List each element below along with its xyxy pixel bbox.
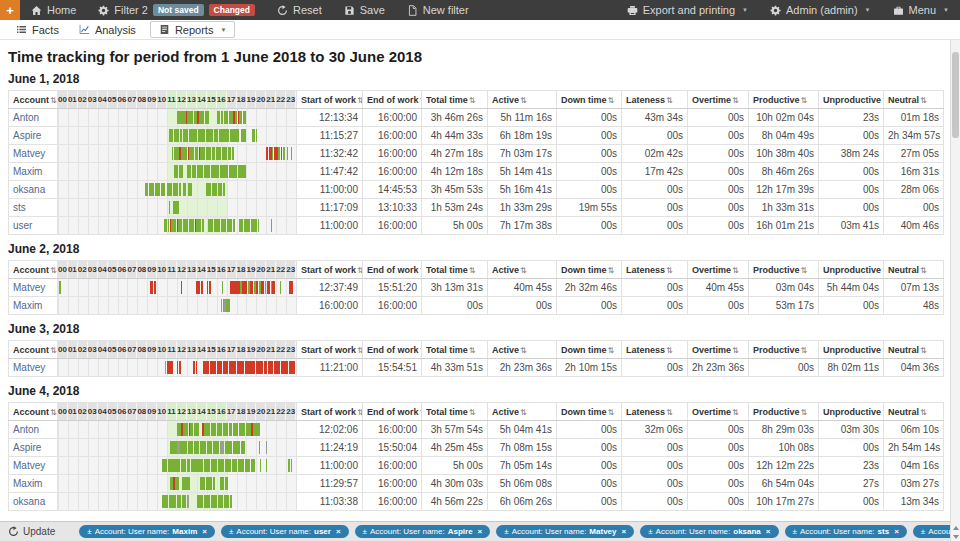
column-header-lateness[interactable]: Lateness⇅ [622,91,688,109]
column-header-down-time[interactable]: Down time⇅ [557,261,622,279]
column-header-account[interactable]: Account⇅ [9,261,58,279]
column-header-lateness[interactable]: Lateness⇅ [622,403,688,421]
tab-reports[interactable]: Reports ▼ [150,21,235,38]
plus-minus-icon[interactable]: ± [648,527,652,536]
filter-chip[interactable]: ±Account: User name:Aspire× [355,525,491,538]
account-link[interactable]: Anton [9,421,58,439]
account-link[interactable]: Maxim [9,163,58,181]
column-header-productive[interactable]: Productive⇅ [749,403,819,421]
activity-bar [182,495,186,508]
account-link[interactable]: oksana [9,181,58,199]
column-header-active[interactable]: Active⇅ [488,91,557,109]
account-link[interactable]: Matvey [9,457,58,475]
column-header-account[interactable]: Account⇅ [9,403,58,421]
chip-close-icon[interactable]: × [766,527,771,536]
plus-minus-icon[interactable]: ± [229,527,233,536]
vertical-scrollbar[interactable] [950,40,960,541]
add-tab-button[interactable]: + [0,0,20,20]
filter-chip[interactable]: ±Account: User name:oksana× [640,525,778,538]
reset-button[interactable]: Reset [266,0,333,20]
chip-close-icon[interactable]: × [621,527,626,536]
column-header-down-time[interactable]: Down time⇅ [557,403,622,421]
column-header-end-of-work[interactable]: End of work⇅ [363,403,422,421]
table-row: oksana11:00:0014:45:533h 45m 53s5h 16m 4… [9,181,944,199]
column-header-start-of-work[interactable]: Start of work⇅ [297,403,363,421]
plus-minus-icon[interactable]: ± [504,527,508,536]
new-filter-button[interactable]: New filter [396,0,480,20]
scroll-down-arrow[interactable] [951,532,960,541]
save-button[interactable]: Save [333,0,396,20]
column-header-down-time[interactable]: Down time⇅ [557,341,622,359]
column-header-lateness[interactable]: Lateness⇅ [622,341,688,359]
column-header-neutral[interactable]: Neutral⇅ [884,341,944,359]
tab-facts[interactable]: Facts [6,20,69,39]
filter-button[interactable]: Filter 2 Not saved Changed [87,0,266,20]
plus-minus-icon[interactable]: ± [793,527,797,536]
column-header-overtime[interactable]: Overtime⇅ [688,91,749,109]
column-header-end-of-work[interactable]: End of work⇅ [363,91,422,109]
account-link[interactable]: sts [9,199,58,217]
update-button[interactable]: Update [8,526,55,537]
column-header-overtime[interactable]: Overtime⇅ [688,341,749,359]
column-header-start-of-work[interactable]: Start of work⇅ [297,261,363,279]
column-header-productive[interactable]: Productive⇅ [749,91,819,109]
column-header-unproductive[interactable]: Unproductive⇅ [819,341,884,359]
account-link[interactable]: Aspire [9,439,58,457]
column-header-start-of-work[interactable]: Start of work⇅ [297,91,363,109]
tab-analysis[interactable]: Analysis [69,20,146,39]
column-header-active[interactable]: Active⇅ [488,403,557,421]
column-header-total-time[interactable]: Total time⇅ [422,341,488,359]
column-header-total-time[interactable]: Total time⇅ [422,91,488,109]
account-link[interactable]: Maxim [9,297,58,315]
plus-minus-icon[interactable]: ± [363,527,367,536]
column-header-start-of-work[interactable]: Start of work⇅ [297,341,363,359]
home-button[interactable]: Home [20,0,87,20]
column-header-end-of-work[interactable]: End of work⇅ [363,261,422,279]
column-header-productive[interactable]: Productive⇅ [749,261,819,279]
caret-down-icon: ▼ [865,7,871,13]
column-header-active[interactable]: Active⇅ [488,261,557,279]
column-header-active[interactable]: Active⇅ [488,341,557,359]
chip-close-icon[interactable]: × [478,527,483,536]
admin-menu[interactable]: Admin (admin) ▼ [759,0,881,20]
account-link[interactable]: oksana [9,493,58,511]
scroll-up-arrow[interactable] [951,523,960,532]
column-header-neutral[interactable]: Neutral⇅ [884,91,944,109]
column-header-total-time[interactable]: Total time⇅ [422,261,488,279]
chip-close-icon[interactable]: × [336,527,341,536]
plus-minus-icon[interactable]: ± [87,527,91,536]
account-link[interactable]: user [9,217,58,235]
column-header-neutral[interactable]: Neutral⇅ [884,403,944,421]
column-header-neutral[interactable]: Neutral⇅ [884,261,944,279]
column-header-overtime[interactable]: Overtime⇅ [688,261,749,279]
column-header-end-of-work[interactable]: End of work⇅ [363,341,422,359]
column-header-account[interactable]: Account⇅ [9,341,58,359]
account-link[interactable]: Maxim [9,475,58,493]
column-header-unproductive[interactable]: Unproductive⇅ [819,261,884,279]
account-link[interactable]: Matvey [9,279,58,297]
column-header-productive[interactable]: Productive⇅ [749,341,819,359]
export-printing-menu[interactable]: Export and printing ▼ [616,0,759,20]
filter-chip[interactable]: ±Account: User name:user× [221,525,349,538]
filter-chip[interactable]: ±Account: User name:Maxim× [79,525,215,538]
day-title: June 4, 2018 [8,384,950,398]
column-header-down-time[interactable]: Down time⇅ [557,91,622,109]
column-header-lateness[interactable]: Lateness⇅ [622,261,688,279]
account-link[interactable]: Matvey [9,359,58,377]
account-link[interactable]: Aspire [9,127,58,145]
filter-chip[interactable]: ±Account: User name:sts× [785,525,907,538]
chip-close-icon[interactable]: × [894,527,899,536]
account-link[interactable]: Matvey [9,145,58,163]
column-header-account[interactable]: Account⇅ [9,91,58,109]
menu-button[interactable]: Menu ▼ [882,0,960,20]
filter-chip[interactable]: ±Account: User name:Matvey× [496,525,634,538]
column-header-overtime[interactable]: Overtime⇅ [688,403,749,421]
scrollbar-thumb[interactable] [952,52,959,138]
column-header-total-time[interactable]: Total time⇅ [422,403,488,421]
plus-minus-icon[interactable]: ± [921,527,925,536]
column-header-unproductive[interactable]: Unproductive⇅ [819,403,884,421]
cell-total: 4h 30m 03s [422,475,488,493]
account-link[interactable]: Anton [9,109,58,127]
chip-close-icon[interactable]: × [202,527,207,536]
column-header-unproductive[interactable]: Unproductive⇅ [819,91,884,109]
